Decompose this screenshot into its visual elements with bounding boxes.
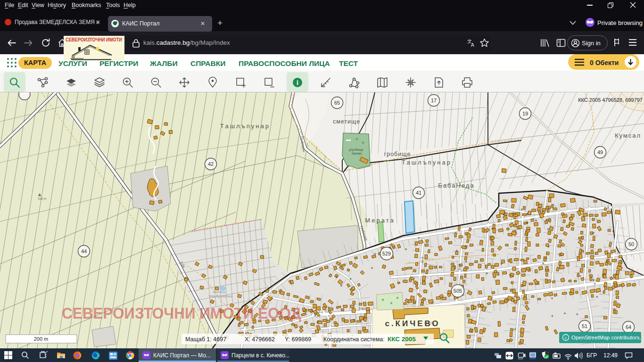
- svg-text:3-та: 3-та: [458, 263, 462, 270]
- svg-text:Кумсал: Кумсал: [615, 132, 641, 139]
- svg-text:41: 41: [416, 190, 421, 196]
- svg-text:200 m: 200 m: [34, 336, 49, 342]
- svg-text:338 m: 338 m: [38, 197, 46, 200]
- svg-text:65: 65: [334, 100, 340, 106]
- svg-text:ККС 2005 4796528, 699797: ККС 2005 4796528, 699797: [578, 97, 643, 103]
- svg-text:OpenStreetMap contributors.: OpenStreetMap contributors.: [571, 335, 641, 340]
- svg-text:64: 64: [626, 324, 631, 330]
- svg-text:19: 19: [522, 111, 528, 116]
- svg-text:сметище: сметище: [333, 118, 360, 125]
- svg-text:с.КИЧЕВО: с.КИЧЕВО: [385, 319, 440, 328]
- svg-text:42: 42: [208, 161, 214, 167]
- svg-text:i: i: [297, 79, 298, 86]
- svg-text:Y: 699869: Y: 699869: [285, 336, 311, 343]
- svg-text:1-ва: 1-ва: [358, 306, 365, 310]
- svg-text:X: 4796662: X: 4796662: [245, 336, 275, 343]
- svg-text:9-та: 9-та: [421, 256, 424, 263]
- svg-text:БабаНеда: БабаНеда: [438, 182, 474, 189]
- svg-text:Ташлъпунар: Ташлъпунар: [220, 123, 270, 130]
- svg-text:Kichevo: Kichevo: [213, 290, 226, 294]
- svg-text:17: 17: [431, 98, 437, 103]
- svg-text:СЕВЕРОИЗТОЧНИ ИМОТИ ЕООД: СЕВЕРОИЗТОЧНИ ИМОТИ ЕООД: [62, 304, 301, 322]
- svg-text:50: 50: [628, 241, 634, 247]
- svg-text:Мащаб 1: 4697: Мащаб 1: 4697: [185, 336, 226, 343]
- svg-text:Гробище: Гробище: [351, 148, 363, 152]
- svg-text:44: 44: [81, 248, 87, 254]
- svg-text:Качево: Качево: [352, 152, 362, 155]
- svg-text:Ташлъпунар: Ташлъпунар: [402, 159, 452, 166]
- svg-text:ККС 2005: ККС 2005: [388, 336, 416, 343]
- svg-text:СЕВЕРОИЗТОЧНИ ИМОТИ: СЕВЕРОИЗТОЧНИ ИМОТИ: [66, 37, 122, 42]
- svg-text:гробище: гробище: [384, 151, 411, 157]
- svg-text:Villa Residence: Villa Residence: [208, 294, 233, 298]
- svg-text:Мерата: Мерата: [365, 217, 395, 224]
- svg-text:49: 49: [597, 149, 603, 155]
- svg-text:529: 529: [382, 251, 391, 256]
- svg-text:c: c: [565, 336, 567, 340]
- svg-text:505: 505: [454, 288, 462, 294]
- svg-text:A: A: [471, 42, 474, 48]
- svg-text:Координатна система:: Координатна система:: [323, 336, 385, 343]
- svg-text:51: 51: [582, 323, 587, 329]
